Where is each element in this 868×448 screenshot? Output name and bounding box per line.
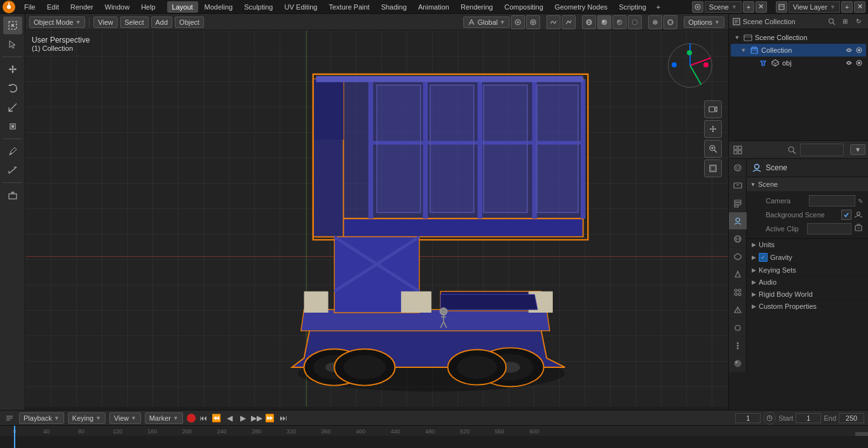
props-tab-object[interactable] xyxy=(729,248,747,266)
new-layer-button[interactable]: + xyxy=(841,1,853,13)
props-tab-data[interactable] xyxy=(729,337,747,355)
playback-dropdown[interactable]: Playback ▼ xyxy=(19,412,64,424)
active-clip-value[interactable] xyxy=(807,223,852,234)
audio-section[interactable]: ▶ Audio xyxy=(747,276,868,288)
shading-rendered[interactable] xyxy=(628,15,642,29)
gizmo-x-dot[interactable] xyxy=(703,62,709,67)
play-button[interactable]: ▶ xyxy=(238,412,249,424)
custom-props-section[interactable]: ▶ Custom Properties xyxy=(747,301,868,313)
gizmo-y-dot[interactable] xyxy=(687,50,692,55)
options-btn[interactable]: Options ▼ xyxy=(684,17,724,28)
menu-help[interactable]: Help xyxy=(136,2,161,12)
bg-scene-checkbox[interactable] xyxy=(841,210,851,220)
workspace-modeling[interactable]: Modeling xyxy=(200,1,238,13)
jump-next-button[interactable]: ⏩ xyxy=(264,412,276,424)
workspace-texture-paint[interactable]: Texture Paint xyxy=(323,1,374,13)
outliner-search-icon[interactable] xyxy=(826,16,837,27)
add-menu[interactable]: Add xyxy=(151,17,173,28)
menu-file[interactable]: File xyxy=(19,2,41,12)
add-workspace-button[interactable]: + xyxy=(653,2,664,12)
current-frame-input[interactable]: 1 xyxy=(735,413,761,423)
props-tab-physics[interactable] xyxy=(729,301,747,319)
outliner-obj[interactable]: ▶ obj xyxy=(731,57,866,69)
props-tab-output[interactable] xyxy=(729,177,747,194)
gizmo-y-axis[interactable] xyxy=(689,65,702,85)
workspace-rendering[interactable]: Rendering xyxy=(456,1,498,13)
rigid-body-section[interactable]: ▶ Rigid Body World xyxy=(747,288,868,301)
viewport-3d[interactable]: User Perspective (1) Collection xyxy=(25,31,728,407)
timeline-ruler[interactable]: 0 40 80 120 160 200 240 280 320 360 400 … xyxy=(0,426,868,436)
tool-annotate[interactable] xyxy=(3,142,22,160)
timeline-view-dropdown[interactable]: View ▼ xyxy=(109,412,141,424)
workspace-scripting[interactable]: Scripting xyxy=(614,1,651,13)
keying-dropdown[interactable]: Keying ▼ xyxy=(68,412,106,424)
tool-add-object[interactable] xyxy=(3,186,22,204)
camera-value[interactable] xyxy=(809,195,856,207)
units-section[interactable]: ▶ Units xyxy=(747,239,868,251)
viewport[interactable]: Object Mode ▼ View Select Add Object Glo… xyxy=(25,14,728,410)
props-tab-material[interactable] xyxy=(729,355,747,372)
viewport-overlays[interactable] xyxy=(648,15,662,29)
tool-transform[interactable] xyxy=(3,118,22,135)
props-tab-modifiers[interactable] xyxy=(729,266,747,283)
bg-scene-icon[interactable] xyxy=(854,210,863,220)
collection-render-icon[interactable] xyxy=(855,46,864,55)
props-search-input[interactable] xyxy=(803,146,841,154)
tool-measure[interactable] xyxy=(3,161,22,179)
start-frame-input[interactable]: 1 xyxy=(796,413,821,423)
camera-view-icon[interactable] xyxy=(704,100,722,118)
view-menu[interactable]: View xyxy=(93,17,118,28)
new-scene-button[interactable]: + xyxy=(743,1,754,13)
shading-wireframe[interactable] xyxy=(582,15,596,29)
obj-render-icon[interactable] xyxy=(855,58,864,67)
outliner-filter-icon[interactable]: ⊞ xyxy=(839,16,851,27)
obj-viewport-icon[interactable] xyxy=(844,58,853,67)
tool-cursor[interactable] xyxy=(3,36,22,53)
keying-sets-section[interactable]: ▶ Keying Sets xyxy=(747,264,868,276)
zoom-icon[interactable] xyxy=(704,140,722,158)
props-tab-world[interactable] xyxy=(729,230,747,248)
workspace-layout[interactable]: Layout xyxy=(167,1,198,13)
del-layer-button[interactable]: ✕ xyxy=(854,1,865,13)
workspace-sculpting[interactable]: Sculpting xyxy=(239,1,278,13)
workspace-compositing[interactable]: Compositing xyxy=(499,1,548,13)
scene-icon-btn[interactable] xyxy=(692,1,703,13)
snap-toggle[interactable] xyxy=(511,15,525,29)
props-filter-btn[interactable]: ▼ xyxy=(850,144,865,155)
timeline-header-icon[interactable] xyxy=(4,412,15,424)
gizmo-z-dot[interactable] xyxy=(672,62,677,67)
timeline-track[interactable] xyxy=(0,436,868,448)
workspace-geometry-nodes[interactable]: Geometry Nodes xyxy=(550,1,613,13)
view-layer-selector[interactable]: View Layer ▼ xyxy=(789,1,840,13)
menu-window[interactable]: Window xyxy=(100,2,135,12)
expand-scene-collection[interactable]: ▼ xyxy=(733,34,741,41)
scene-section-header[interactable]: ▼ Scene xyxy=(747,177,868,191)
expand-collection[interactable]: ▼ xyxy=(740,46,747,54)
transform-orientation[interactable]: Global ▼ xyxy=(463,17,510,28)
frame-counter-icon[interactable] xyxy=(763,412,776,424)
pan-icon[interactable] xyxy=(704,120,722,138)
props-tab-render[interactable] xyxy=(729,159,747,177)
gravity-checkbox[interactable]: ✓ xyxy=(759,253,768,262)
menu-edit[interactable]: Edit xyxy=(42,2,64,12)
gizmo-toggle[interactable] xyxy=(562,15,576,29)
props-search-icon[interactable] xyxy=(785,144,798,156)
record-button[interactable] xyxy=(187,414,196,423)
workspace-uv-editing[interactable]: UV Editing xyxy=(279,1,322,13)
object-menu[interactable]: Object xyxy=(175,17,204,28)
scene-selector[interactable]: Scene ▼ xyxy=(705,1,742,13)
workspace-shading[interactable]: Shading xyxy=(376,1,412,13)
select-menu[interactable]: Select xyxy=(120,17,149,28)
outliner-collection[interactable]: ▼ Collection xyxy=(731,44,866,57)
overlay-toggle[interactable] xyxy=(546,15,560,29)
end-frame-input[interactable]: 250 xyxy=(839,413,864,423)
jump-prev-button[interactable]: ⏪ xyxy=(211,412,222,424)
marker-dropdown[interactable]: Marker ▼ xyxy=(145,412,183,424)
gravity-section[interactable]: ▶ ✓ Gravity xyxy=(747,251,868,264)
menu-render[interactable]: Render xyxy=(65,2,98,12)
camera-eyedropper[interactable]: ✎ xyxy=(858,198,863,205)
props-tab-particles[interactable] xyxy=(729,283,747,301)
timeline-playhead[interactable] xyxy=(14,426,15,436)
active-clip-icon[interactable] xyxy=(854,224,863,234)
shading-solid[interactable] xyxy=(597,15,611,29)
